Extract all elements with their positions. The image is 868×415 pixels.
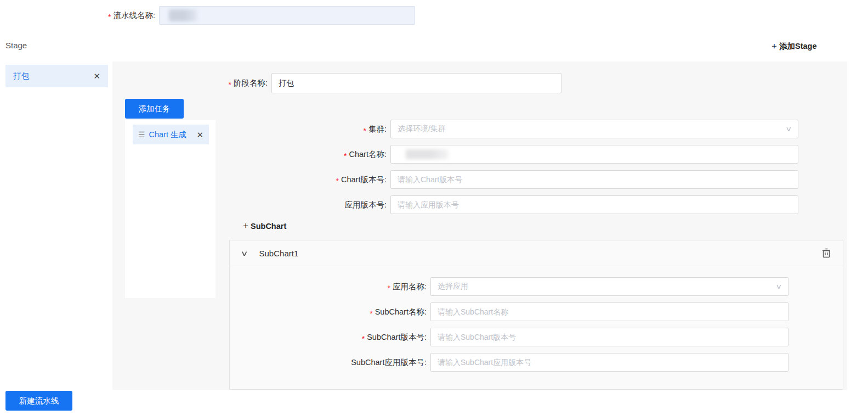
app-version-input[interactable]: [390, 195, 798, 214]
chart-name-input[interactable]: [390, 145, 798, 164]
app-name-select[interactable]: 选择应用 ∨: [430, 277, 788, 296]
stage-tab-dabao[interactable]: 打包 ✕: [5, 65, 108, 87]
stage-name-input[interactable]: [271, 73, 561, 93]
task-list-panel: [125, 120, 215, 298]
required-asterisk: *: [370, 309, 372, 318]
subchart-panel-title: SubChart1: [259, 249, 822, 258]
chart-version-input-field[interactable]: [390, 170, 798, 189]
cluster-select-placeholder: 选择环境/集群: [398, 124, 786, 134]
required-asterisk: *: [108, 13, 111, 21]
subchart-app-version-input[interactable]: [430, 353, 788, 372]
required-asterisk: *: [364, 126, 366, 135]
trash-icon[interactable]: [822, 248, 831, 258]
subchart-version-input[interactable]: [430, 328, 788, 346]
task-tab-chart-generate[interactable]: ☰ Chart 生成 ✕: [133, 125, 209, 144]
collapse-arrow-icon[interactable]: ∨: [241, 249, 248, 257]
app-name-label: * 应用名称:: [300, 282, 427, 292]
pipeline-name-input-field[interactable]: [159, 6, 415, 25]
subchart-version-input-field[interactable]: [430, 328, 788, 346]
stage-name-label: * 阶段名称:: [164, 78, 268, 88]
required-asterisk: *: [229, 80, 231, 89]
required-asterisk: *: [388, 284, 390, 293]
app-name-select-placeholder: 选择应用: [438, 282, 776, 291]
app-version-label: 应用版本号:: [274, 200, 387, 210]
cluster-select[interactable]: 选择环境/集群 ∨: [390, 120, 798, 138]
chart-version-input[interactable]: [390, 170, 798, 189]
chevron-down-icon: ∨: [775, 283, 782, 290]
create-pipeline-button[interactable]: 新建流水线: [5, 391, 72, 411]
pipeline-name-label: * 流水线名称:: [55, 10, 155, 21]
close-icon[interactable]: ✕: [196, 131, 203, 139]
subchart-name-input-field[interactable]: [430, 302, 788, 321]
chart-name-label: * Chart名称:: [274, 149, 387, 160]
plus-icon: ＋: [241, 220, 250, 232]
plus-icon: ＋: [770, 41, 779, 52]
subchart-version-label: * SubChart版本号:: [300, 332, 427, 343]
task-tab-label: Chart 生成: [149, 130, 193, 140]
chevron-down-icon: ∨: [785, 125, 792, 133]
drag-handle-icon[interactable]: ☰: [138, 130, 145, 139]
cluster-label: * 集群:: [274, 124, 387, 134]
subchart-name-label: * SubChart名称:: [300, 307, 427, 317]
subchart-name-input[interactable]: [430, 302, 788, 321]
stage-name-input-field[interactable]: [271, 73, 561, 93]
app-version-input-field[interactable]: [390, 195, 798, 214]
chart-name-input-field[interactable]: [390, 145, 798, 164]
add-subchart-button[interactable]: ＋ SubChart: [241, 220, 286, 232]
close-icon[interactable]: ✕: [93, 72, 100, 80]
required-asterisk: *: [344, 152, 347, 160]
subchart-app-version-label: SubChart应用版本号:: [300, 357, 427, 368]
pipeline-name-input[interactable]: [159, 6, 415, 25]
required-asterisk: *: [362, 334, 365, 343]
chart-version-label: * Chart版本号:: [274, 175, 387, 185]
stage-section-title: Stage: [5, 41, 27, 50]
required-asterisk: *: [336, 177, 339, 186]
subchart-app-version-input-field[interactable]: [430, 353, 788, 372]
add-stage-button[interactable]: ＋ 添加Stage: [770, 41, 817, 52]
add-task-button[interactable]: 添加任务: [125, 99, 184, 119]
subchart-panel-header[interactable]: ∨ SubChart1: [230, 240, 843, 266]
stage-tab-label: 打包: [13, 71, 93, 81]
